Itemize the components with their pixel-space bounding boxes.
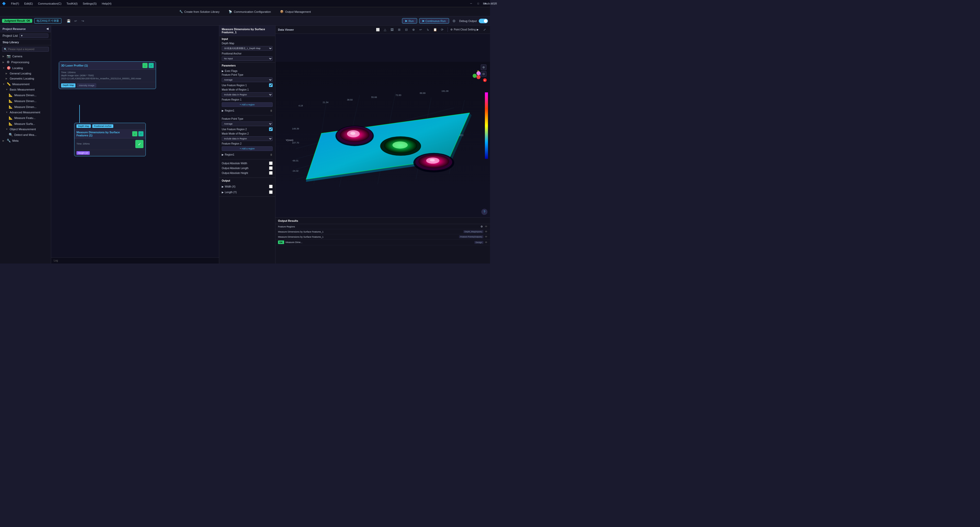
sidebar-item-measure-feat[interactable]: 📐 Measure Featu... (0, 115, 51, 121)
output-row-2-eye[interactable]: 👁 (485, 236, 487, 238)
dim2-icon: 📐 (9, 99, 13, 103)
sidebar-item-preprocessing[interactable]: ▶ ⚙ Preprocessing (0, 59, 51, 65)
sidebar-item-meta[interactable]: ▶ 🔧 Meta (0, 138, 51, 143)
dv-grid1-btn[interactable]: ⊞ (396, 27, 402, 32)
menu-file[interactable]: File(F) (10, 2, 20, 6)
length-checkbox[interactable] (269, 190, 273, 194)
mask-mode-region-1-select[interactable]: Include data in Region (222, 92, 273, 97)
minimize-button[interactable]: ─ (469, 1, 474, 6)
add-region-2-button[interactable]: + Add a region (222, 146, 273, 151)
detect-icon: 🔍 (9, 133, 13, 137)
menu-communication[interactable]: Communication(C) (37, 2, 62, 6)
menu-edit[interactable]: Edit(E) (23, 2, 34, 6)
region1-b-delete-icon[interactable]: 🗑 (270, 153, 273, 156)
sidebar-item-measure-surf[interactable]: 📐 Measure Surfa... (0, 121, 51, 127)
maximize-button[interactable]: □ (476, 1, 481, 6)
project-resource-header[interactable]: Project Resource ◀ (0, 25, 51, 32)
sidebar-item-measure-dim3[interactable]: 📐 Measure Dimen... (0, 104, 51, 110)
region1-row[interactable]: ▶ Region1 🗑 (222, 108, 273, 113)
dv-copy-btn[interactable]: 📋 (432, 27, 438, 32)
use-feature-region-1-checkbox[interactable] (269, 83, 273, 87)
feature-point-type-select[interactable]: Average (222, 78, 273, 82)
width-output-row[interactable]: ▶ Width (X) (222, 184, 273, 189)
dv-expand-btn[interactable]: ⤢ (482, 27, 487, 32)
positional-anchor-select[interactable]: No Input (222, 56, 273, 61)
undo-icon[interactable]: ↩ (73, 18, 79, 24)
region1-b-row[interactable]: ▶ Region1 🗑 (222, 152, 273, 157)
length-output-row[interactable]: ▶ Length (Y) (222, 189, 273, 195)
canvas-area[interactable]: 3D Laser Profiler (1) ↓ ↑ Time: 1304ms d… (51, 25, 219, 263)
sidebar-item-measure-dim1[interactable]: 📐 Measure Dimen... (0, 92, 51, 98)
feature-region-1-row: Feature Region 1 (222, 98, 273, 101)
sidebar-item-object-measurement[interactable]: ▼ Object Measurement (0, 127, 51, 132)
point-cloud-setting-button[interactable]: ⚙ Point Cloud Setting ▶ (450, 28, 479, 31)
menu-settings[interactable]: Settings(S) (82, 2, 98, 6)
node2-body: Time: 205ms ✓ (75, 139, 146, 150)
sidebar-item-measurement[interactable]: ▼ 📏 Measurement (0, 81, 51, 87)
dv-image-btn[interactable]: 🖼 (389, 27, 395, 32)
node2-btn2[interactable]: ↑ (138, 131, 143, 136)
help-button[interactable]: ? (481, 209, 487, 215)
menu-toolkit[interactable]: ToolKit(I) (65, 2, 78, 6)
dv-triangle-btn[interactable]: △ (382, 27, 388, 32)
menu-help[interactable]: Help(H) (101, 2, 113, 6)
dv-grid3-btn[interactable]: ⊕ (411, 27, 416, 32)
dv-reset-btn[interactable]: ⟳ (439, 27, 445, 32)
output-abs-width-checkbox[interactable] (269, 161, 273, 165)
communication-config-button[interactable]: 📡 Communication Configuration (226, 9, 274, 14)
sidebar-item-geometric-locating[interactable]: ▶ Geometric Locating (0, 76, 51, 81)
mask-mode-region-2-select[interactable]: Include data in Region (222, 136, 273, 141)
sidebar-item-camera[interactable]: ▶ 📷 Camera (0, 53, 51, 59)
node1-depth-map-output[interactable]: Depth Map (61, 83, 75, 88)
search-input[interactable] (8, 48, 47, 51)
sidebar-item-locating[interactable]: ▼ 🎯 Locating (0, 65, 51, 71)
feature-point-type-2-select[interactable]: Average (222, 121, 273, 126)
redo-icon[interactable]: ↪ (80, 18, 86, 24)
node2-btn1[interactable]: ↓ (132, 131, 137, 136)
feature-regions-eye[interactable]: 👁 (485, 225, 487, 228)
node-measure-dimensions[interactable]: Depth Map Positional Anchor Measure Dime… (74, 123, 146, 156)
sidebar-item-advanced-measurement[interactable]: ▼ Advanced Measurement (0, 110, 51, 115)
dv-select-btn[interactable]: ⬜ (375, 27, 380, 32)
solution-library-button[interactable]: 🔧 Create from Solution Library (177, 9, 222, 14)
region1-delete-icon[interactable]: 🗑 (270, 109, 273, 112)
dv-grid2-btn[interactable]: ⊟ (404, 27, 409, 32)
data-viewer-canvas[interactable]: Y(mm) 4.18 21.34 38.50 55.66 72.83 89.99… (275, 34, 490, 217)
node-connector (79, 105, 80, 125)
settings-button[interactable]: ⚙ (451, 18, 457, 24)
dv-arrow2-btn[interactable]: ↳ (425, 27, 431, 32)
node-3d-laser-profiler[interactable]: 3D Laser Profiler (1) ↓ ↑ Time: 1304ms d… (59, 61, 156, 89)
node1-intensity-output[interactable]: Intensity Image (77, 83, 96, 88)
exec-flags-row[interactable]: ▶ Exec Flags (222, 68, 273, 73)
node2-depth-input[interactable]: Depth Map (76, 124, 91, 128)
feature-regions-icon: ⚙ (480, 225, 483, 228)
dv-arrow1-btn[interactable]: ↩ (418, 27, 423, 32)
log-label: Log (54, 259, 58, 262)
width-checkbox[interactable] (269, 185, 273, 188)
node1-btn1[interactable]: ↓ (142, 63, 148, 68)
sidebar-item-basic-measurement[interactable]: ▼ Basic Measurement (0, 87, 51, 92)
node2-anchor-input[interactable]: Positional Anchor (92, 124, 113, 128)
output-abs-length-checkbox[interactable] (269, 166, 273, 170)
node2-height-output[interactable]: Height (Z) (76, 151, 90, 155)
output-management-button[interactable]: 📦 Output Management (277, 9, 313, 14)
search-box: 🔍 (2, 47, 49, 52)
output-row-1-eye[interactable]: 👁 (485, 230, 487, 233)
zoom-in-icon[interactable]: ⊕ (481, 64, 487, 70)
save-icon[interactable]: 💾 (65, 18, 72, 24)
output-row-3-eye[interactable]: 👁 (485, 241, 487, 244)
debug-toggle[interactable] (479, 19, 488, 23)
depth-map-select[interactable]: 3D线激光轮廓测量仪_1_Depth Map (222, 46, 273, 51)
output-abs-height-checkbox[interactable] (269, 171, 273, 175)
zoom-out-icon[interactable]: ⊖ (481, 71, 487, 77)
continuous-run-button[interactable]: ▶ Continuous Run (419, 18, 449, 24)
node1-btn2[interactable]: ↑ (149, 63, 154, 68)
sidebar-item-detect-mea[interactable]: 🔍 Detect and Mea... (0, 132, 51, 138)
add-region-1-button[interactable]: + Add a region (222, 102, 273, 107)
use-feature-region-2-checkbox[interactable] (269, 127, 273, 131)
run-button[interactable]: ▶ Run (402, 18, 417, 24)
node1-file: 2023-12-14/LX300236A205YE09-lnx_mraw/lnx… (61, 77, 154, 80)
sidebar-item-measure-dim2[interactable]: 📐 Measure Dimen... (0, 98, 51, 104)
sidebar-item-general-locating[interactable]: ▶ General Locating (0, 71, 51, 76)
project-list-dropdown[interactable]: ▼ (19, 33, 48, 38)
